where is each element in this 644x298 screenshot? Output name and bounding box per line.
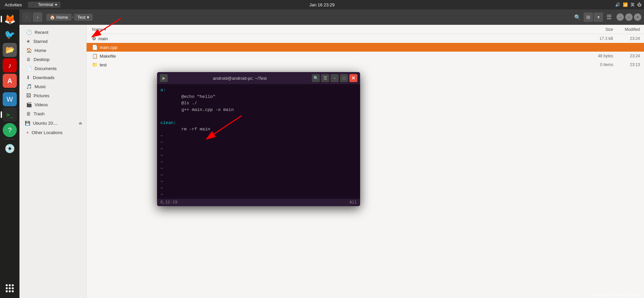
col-modified-header[interactable]: Modified <box>617 27 644 32</box>
sidebar-item-downloads[interactable]: ⬇ Downloads <box>21 73 85 82</box>
col-name-header[interactable]: Name ▾ <box>87 27 584 32</box>
terminal-window: ▶ android@android-pc: ~/Test 🔍 ☰ – □ ✕ a… <box>157 72 360 206</box>
sidebar-documents-label: Documents <box>35 66 57 71</box>
dock-separator-2 <box>4 139 15 139</box>
dock-icon-libreoffice[interactable]: W <box>3 92 17 106</box>
file-row-test[interactable]: 📁 test 0 items 23:13 <box>87 60 644 69</box>
dock-icon-appstore[interactable]: A <box>3 74 17 88</box>
terminal-menu-button[interactable]: ☰ <box>321 74 329 82</box>
other-locations-icon: + <box>26 130 29 135</box>
sidebar-item-music[interactable]: 🎵 Music <box>21 82 85 91</box>
activities-button[interactable]: Activities <box>3 2 24 8</box>
file-icon-makefile: 📋 <box>92 53 98 59</box>
path-label: Test <box>78 15 86 20</box>
terminal-app-icon: ▶ <box>160 74 168 82</box>
dock-icon-firefox[interactable]: 🦊 <box>3 12 17 26</box>
fm-path-test-btn[interactable]: Test ▾ <box>74 14 93 21</box>
sidebar-item-documents[interactable]: 📄 Documents <box>21 64 85 73</box>
terminal-maximize-button[interactable]: □ <box>340 74 348 82</box>
file-row-maincpp[interactable]: 📄 main.cpp <box>87 43 644 52</box>
sidebar-home-label: Home <box>35 48 46 53</box>
sidebar-item-desktop[interactable]: 🖥 Desktop <box>21 55 85 64</box>
terminal-line-0: a: <box>160 87 357 94</box>
volume-icon: 📶 <box>623 2 628 7</box>
dock-icon-terminal[interactable]: >_ <box>3 108 17 122</box>
file-size-test: 0 items <box>584 62 617 67</box>
fm-close-button[interactable]: ✕ <box>634 13 641 21</box>
terminal-line-9: ~ <box>160 146 357 153</box>
terminal-body[interactable]: a: @echo "hello" @ls ./ g++ main.cpp -o … <box>157 84 360 199</box>
dock-icon-files[interactable]: 📂 <box>3 43 17 57</box>
file-icon-maincpp: 📄 <box>92 45 98 50</box>
sidebar-item-other-locations[interactable]: + Other Locations <box>21 128 85 137</box>
terminal-line-15: ~ <box>160 185 357 192</box>
fm-forward-button[interactable]: › <box>33 12 42 22</box>
file-modified-makefile: 23:24 <box>617 54 644 58</box>
trash-icon: 🗑 <box>26 111 31 116</box>
file-name-maincpp: 📄 main.cpp <box>87 45 584 50</box>
sidebar-item-home[interactable]: 🏠 Home <box>21 46 85 55</box>
fm-grid-view-button[interactable]: ⊞ <box>584 12 593 22</box>
apps-grid-icon <box>6 284 14 292</box>
file-row-makefile[interactable]: 📋 Makefile 48 bytes 23:24 <box>87 52 644 60</box>
dock-icon-rhythmbox[interactable]: ♪ <box>3 58 17 72</box>
dock-icon-dvd[interactable]: 💿 <box>3 141 17 156</box>
terminal-close-button[interactable]: ✕ <box>349 74 357 82</box>
fm-back-button[interactable]: ‹ <box>22 12 32 22</box>
file-row-main[interactable]: ⚙ main 17.3 kB 23:24 <box>87 34 644 43</box>
terminal-tab-icon: ⬛ <box>31 2 36 7</box>
fm-sidebar: 🕐 Recent ★ Starred 🏠 Home 🖥 Desktop 📄 <box>19 25 87 298</box>
dock: 🦊 🐦 📂 ♪ A W >_ ? 💿 <box>0 9 19 298</box>
terminal-line-17: ~ <box>160 198 357 199</box>
sidebar-downloads-label: Downloads <box>33 75 54 80</box>
sidebar-item-recent[interactable]: 🕐 Recent <box>21 28 85 37</box>
sidebar-item-trash[interactable]: 🗑 Trash <box>21 109 85 118</box>
home-label: Home <box>56 15 68 20</box>
terminal-line-13: ~ <box>160 172 357 179</box>
lang-label[interactable]: 英 <box>631 2 635 8</box>
fm-minimize-button[interactable]: – <box>616 13 624 21</box>
sidebar-item-videos[interactable]: 🎬 Videos <box>21 100 85 109</box>
terminal-title: android@android-pc: ~/Test <box>170 76 310 81</box>
network-icon: 🔊 <box>615 2 620 7</box>
terminal-scroll-pos: All <box>349 200 357 205</box>
terminal-tab-label: Terminal <box>38 2 53 7</box>
size-col-label: Size <box>605 27 613 32</box>
file-name-makefile: 📋 Makefile <box>87 53 584 59</box>
fm-view-buttons: ⊞ ▾ <box>584 12 603 22</box>
terminal-header-buttons: 🔍 ☰ – □ ✕ <box>312 74 357 82</box>
sidebar-recent-label: Recent <box>35 30 48 35</box>
fm-search-button[interactable]: 🔍 <box>573 12 582 22</box>
fm-menu-button[interactable]: ☰ <box>604 12 614 22</box>
sidebar-item-pictures[interactable]: 🖼 Pictures <box>21 91 85 100</box>
videos-icon: 🎬 <box>26 102 32 107</box>
sidebar-device-ubuntu[interactable]: 💾 Ubuntu 20.... ⏏ <box>19 118 86 128</box>
file-icon-test: 📁 <box>92 62 98 67</box>
path-chevron: ▾ <box>87 15 89 20</box>
sidebar-starred-label: Starred <box>33 39 48 44</box>
fm-maximize-button[interactable]: □ <box>625 13 633 21</box>
col-size-header[interactable]: Size <box>584 27 617 32</box>
terminal-tab-chevron: ▾ <box>55 2 57 7</box>
pictures-icon: 🖼 <box>26 93 31 98</box>
topbar-left: Activities ⬛ Terminal ▾ <box>3 2 60 8</box>
sidebar-item-starred[interactable]: ★ Starred <box>21 37 85 46</box>
home-icon: 🏠 <box>50 15 55 20</box>
documents-icon: 📄 <box>26 66 32 71</box>
dock-icon-thunderbird[interactable]: 🐦 <box>3 27 17 42</box>
terminal-minimize-button[interactable]: – <box>331 74 339 82</box>
fm-home-btn[interactable]: 🏠 Home <box>46 14 71 21</box>
terminal-search-button[interactable]: 🔍 <box>312 74 320 82</box>
desktop-icon: 🖥 <box>26 57 31 62</box>
sidebar-pictures-label: Pictures <box>34 93 49 98</box>
sidebar-music-label: Music <box>35 84 46 89</box>
terminal-line-3: g++ main.cpp -o main <box>160 107 357 113</box>
terminal-taskbar-tab[interactable]: ⬛ Terminal ▾ <box>28 2 60 8</box>
fm-view-dropdown[interactable]: ▾ <box>594 12 603 22</box>
music-icon: 🎵 <box>26 84 32 89</box>
terminal-line-12: ~ <box>160 165 357 172</box>
dock-icon-help[interactable]: ? <box>3 123 17 137</box>
power-icon[interactable]: ⏻ <box>637 2 641 7</box>
show-apps-button[interactable] <box>3 281 17 295</box>
eject-button[interactable]: ⏏ <box>77 120 84 126</box>
